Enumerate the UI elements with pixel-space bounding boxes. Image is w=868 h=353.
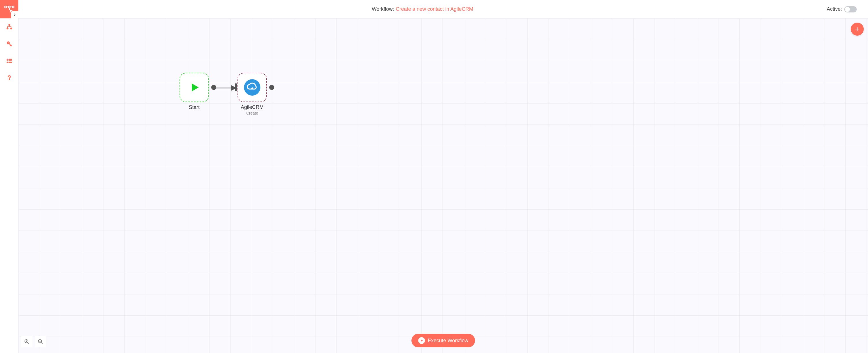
play-icon — [188, 82, 200, 93]
svg-point-20 — [251, 87, 253, 89]
node-start-output-port[interactable] — [211, 85, 216, 90]
node-start-label: Start — [189, 105, 199, 110]
list-icon — [6, 58, 12, 64]
node-start[interactable]: Start — [180, 73, 209, 110]
zoom-out-icon — [38, 339, 43, 345]
svg-line-28 — [41, 343, 43, 344]
workflows-icon — [6, 24, 12, 30]
node-agilecrm-input-port[interactable] — [235, 83, 237, 91]
svg-rect-15 — [8, 61, 12, 61]
svg-rect-8 — [10, 28, 11, 29]
workflow-prefix: Workflow: — [372, 6, 394, 12]
chevron-right-icon — [13, 13, 17, 17]
execute-workflow-button[interactable]: Execute Workflow — [411, 334, 475, 347]
node-agilecrm-output-port[interactable] — [269, 85, 274, 90]
play-circle-icon — [418, 337, 425, 344]
workflow-canvas[interactable]: Start AgileCRM Create — [19, 19, 868, 353]
zoom-in-button[interactable] — [21, 336, 32, 347]
toggle-knob — [845, 7, 850, 12]
sidebar-item-executions[interactable] — [0, 52, 19, 69]
zoom-controls — [21, 336, 46, 347]
app-logo — [0, 0, 19, 19]
node-agilecrm-sublabel: Create — [246, 111, 258, 115]
svg-rect-6 — [8, 24, 10, 26]
plus-icon — [855, 26, 860, 32]
svg-rect-7 — [6, 28, 8, 29]
svg-rect-16 — [8, 62, 12, 63]
question-icon — [6, 75, 12, 81]
sidebar-item-credentials[interactable] — [0, 35, 19, 52]
zoom-in-icon — [24, 339, 30, 345]
workflow-name[interactable]: Create a new contact in AgileCRM — [396, 6, 473, 12]
active-label: Active: — [827, 6, 842, 12]
header: Workflow: Create a new contact in AgileC… — [19, 0, 868, 19]
header-right: Active: — [827, 6, 868, 12]
execute-workflow-label: Execute Workflow — [428, 338, 468, 344]
node-agilecrm-box — [238, 73, 267, 102]
key-icon — [6, 41, 12, 47]
svg-point-10 — [8, 42, 8, 43]
agilecrm-icon — [243, 79, 261, 96]
svg-line-24 — [28, 343, 29, 344]
node-connection — [215, 85, 238, 91]
sidebar-item-workflows[interactable] — [0, 19, 19, 35]
sidebar-item-help[interactable] — [0, 69, 19, 86]
zoom-out-button[interactable] — [35, 336, 46, 347]
node-start-box — [180, 73, 209, 102]
node-agilecrm-label: AgileCRM — [241, 105, 264, 110]
sidebar — [0, 0, 19, 353]
active-toggle[interactable] — [844, 6, 857, 12]
svg-point-11 — [6, 59, 8, 60]
svg-point-12 — [6, 60, 8, 61]
add-node-button[interactable] — [851, 23, 864, 36]
sidebar-expand-button[interactable] — [11, 11, 19, 19]
node-agilecrm[interactable]: AgileCRM Create — [238, 73, 267, 115]
svg-point-13 — [6, 62, 8, 63]
play-icon — [420, 339, 423, 342]
workflow-title: Workflow: Create a new contact in AgileC… — [19, 6, 827, 12]
svg-point-17 — [9, 79, 10, 80]
svg-rect-14 — [8, 59, 12, 60]
